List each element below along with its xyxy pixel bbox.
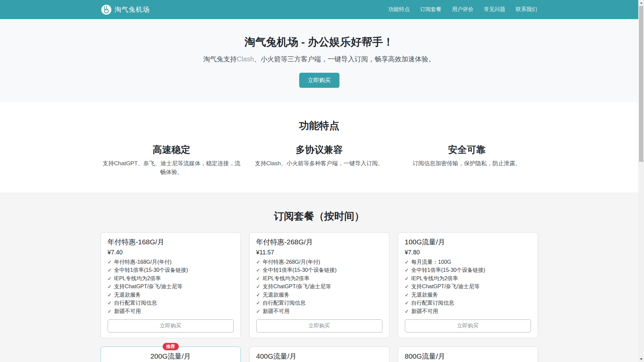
feature-text: 支持ChatGPT、奈飞、迪士尼等流媒体，稳定连接，流畅体验。 <box>102 159 241 176</box>
check-icon: ✓ <box>108 276 112 281</box>
hero-buy-button[interactable]: 立即购买 <box>299 73 339 88</box>
plan-name: 年付特惠-168G/月 <box>108 237 234 247</box>
pricing-card-0: 年付特惠-168G/月¥7.40✓年付特惠-168G/月(年付)✓全中转1倍率(… <box>101 232 241 338</box>
plan-feature: ✓新疆不可用 <box>108 307 234 316</box>
brand-name: 淘气兔机场 <box>115 5 150 14</box>
pricing-title: 订阅套餐（按时间） <box>0 209 638 223</box>
plan-feature: ✓无退款服务 <box>108 291 234 299</box>
check-icon: ✓ <box>256 308 261 314</box>
plan-feature: ✓IEPL专线均为2倍率 <box>405 275 531 283</box>
plan-feature: ✓无退款服务 <box>405 291 531 299</box>
scrollbar[interactable] <box>638 0 644 362</box>
plan-feature: ✓年付特惠-268G/月(年付) <box>256 258 382 266</box>
plan-price: ¥11.57 <box>256 249 382 256</box>
pricing-section: 订阅套餐（按时间） 年付特惠-168G/月¥7.40✓年付特惠-168G/月(年… <box>0 192 638 362</box>
plan-feature: ✓年付特惠-168G/月(年付) <box>108 258 234 266</box>
pricing-grid: 年付特惠-168G/月¥7.40✓年付特惠-168G/月(年付)✓全中转1倍率(… <box>101 232 538 362</box>
plan-name: 年付特惠-268G/月 <box>256 237 382 247</box>
plan-feature: ✓全中转1倍率(15-30个设备链接) <box>405 266 531 275</box>
plan-feature: ✓新疆不可用 <box>405 307 531 316</box>
pricing-card-2: 100G流量/月¥7.80✓每月流量：100G✓全中转1倍率(15-30个设备链… <box>398 232 538 338</box>
pricing-card-1: 年付特惠-268G/月¥11.57✓年付特惠-268G/月(年付)✓全中转1倍率… <box>249 232 389 338</box>
plan-feature: ✓IEPL专线均为2倍率 <box>108 275 234 283</box>
feature-1: 多协议兼容支持Clash、小火箭等多种客户端，一键导入订阅。 <box>250 143 389 176</box>
check-icon: ✓ <box>405 284 409 289</box>
scroll-up-arrow-icon <box>640 2 643 4</box>
plan-price: ¥7.80 <box>405 249 531 256</box>
check-icon: ✓ <box>256 267 261 273</box>
rabbit-logo-icon <box>101 5 111 15</box>
nav-link-1[interactable]: 订阅套餐 <box>420 6 442 13</box>
check-icon: ✓ <box>108 300 112 306</box>
check-icon: ✓ <box>108 259 112 265</box>
nav-link-0[interactable]: 功能特点 <box>388 6 410 13</box>
pricing-card-3: 推荐200G流量/月¥11.80 <box>101 347 241 362</box>
feature-0: 高速稳定支持ChatGPT、奈飞、迪士尼等流媒体，稳定连接，流畅体验。 <box>102 143 241 176</box>
recommended-badge: 推荐 <box>163 343 179 350</box>
pricing-card-4: 400G流量/月¥22.80 <box>249 347 389 362</box>
feature-heading: 多协议兼容 <box>250 143 389 156</box>
plan-price: ¥7.40 <box>108 249 234 256</box>
check-icon: ✓ <box>256 284 261 289</box>
hero-section: 淘气兔机场 - 办公娱乐好帮手！ 淘气兔支持Clash、小火箭等三方客户端，一键… <box>0 19 638 102</box>
scroll-down-arrow-icon <box>640 358 643 360</box>
hero-subtitle-pre: 淘气兔支持 <box>203 55 237 63</box>
check-icon: ✓ <box>405 267 409 273</box>
nav-link-4[interactable]: 联系我们 <box>516 6 537 13</box>
plan-feature: ✓自行配置订阅信息 <box>256 299 382 307</box>
scrollbar-thumb[interactable] <box>639 6 643 162</box>
plan-buy-button[interactable]: 立即购买 <box>256 319 382 333</box>
features-grid: 高速稳定支持ChatGPT、奈飞、迪士尼等流媒体，稳定连接，流畅体验。多协议兼容… <box>102 143 537 176</box>
plan-feature: ✓全中转1倍率(15-30个设备链接) <box>256 266 382 275</box>
plan-name: 100G流量/月 <box>405 237 531 247</box>
nav-link-3[interactable]: 常见问题 <box>484 6 505 13</box>
feature-heading: 高速稳定 <box>102 143 241 156</box>
plan-name: 800G流量/月 <box>405 352 531 361</box>
plan-feature: ✓全中转1倍率(15-30个设备链接) <box>108 266 234 275</box>
check-icon: ✓ <box>256 292 261 298</box>
hero-title: 淘气兔机场 - 办公娱乐好帮手！ <box>0 35 638 50</box>
check-icon: ✓ <box>405 300 409 306</box>
plan-feature: ✓支持ChatGPT/奈飞/迪士尼等 <box>108 283 234 291</box>
plan-feature: ✓每月流量：100G <box>405 258 531 266</box>
nav-links: 功能特点订阅套餐用户评价常见问题联系我们 <box>388 6 537 13</box>
plan-buy-button[interactable]: 立即购买 <box>108 319 234 333</box>
plan-name: 200G流量/月 <box>108 352 234 361</box>
plan-name: 400G流量/月 <box>256 352 382 361</box>
feature-2: 安全可靠订阅信息加密传输，保护隐私，防止泄露。 <box>397 143 536 176</box>
feature-text: 订阅信息加密传输，保护隐私，防止泄露。 <box>397 159 536 168</box>
plan-feature: ✓IEPL专线均为2倍率 <box>256 275 382 283</box>
check-icon: ✓ <box>256 259 261 265</box>
scrollbar-up-button[interactable] <box>638 0 644 6</box>
check-icon: ✓ <box>108 284 112 289</box>
feature-heading: 安全可靠 <box>397 143 536 156</box>
plan-features: ✓年付特惠-268G/月(年付)✓全中转1倍率(15-30个设备链接)✓IEPL… <box>256 258 382 316</box>
plan-buy-button[interactable]: 立即购买 <box>405 319 531 333</box>
nav-link-2[interactable]: 用户评价 <box>452 6 474 13</box>
plan-feature: ✓支持ChatGPT/奈飞/迪士尼等 <box>256 283 382 291</box>
plan-feature: ✓新疆不可用 <box>256 307 382 316</box>
check-icon: ✓ <box>108 292 112 298</box>
plan-feature: ✓自行配置订阅信息 <box>405 299 531 307</box>
check-icon: ✓ <box>405 259 409 265</box>
brand[interactable]: 淘气兔机场 <box>101 5 150 15</box>
navbar: 淘气兔机场 功能特点订阅套餐用户评价常见问题联系我们 <box>0 0 638 19</box>
plan-feature: ✓无退款服务 <box>256 291 382 299</box>
check-icon: ✓ <box>405 308 409 314</box>
check-icon: ✓ <box>256 300 261 306</box>
plan-features: ✓每月流量：100G✓全中转1倍率(15-30个设备链接)✓IEPL专线均为2倍… <box>405 258 531 316</box>
features-title: 功能特点 <box>0 119 638 133</box>
scrollbar-down-button[interactable] <box>638 356 644 362</box>
check-icon: ✓ <box>108 267 112 273</box>
check-icon: ✓ <box>405 292 409 298</box>
hero-subtitle: 淘气兔支持Clash、小火箭等三方客户端，一键导入订阅，畅享高效加速体验。 <box>0 55 638 64</box>
hero-subtitle-clash: Clash <box>237 55 254 63</box>
plan-feature: ✓支持ChatGPT/奈飞/迪士尼等 <box>405 283 531 291</box>
plan-feature: ✓自行配置订阅信息 <box>108 299 234 307</box>
features-section: 功能特点 高速稳定支持ChatGPT、奈飞、迪士尼等流媒体，稳定连接，流畅体验。… <box>0 102 638 192</box>
pricing-card-5: 800G流量/月¥42.80 <box>398 347 538 362</box>
page: 淘气兔机场 功能特点订阅套餐用户评价常见问题联系我们 淘气兔机场 - 办公娱乐好… <box>0 0 638 362</box>
plan-features: ✓年付特惠-168G/月(年付)✓全中转1倍率(15-30个设备链接)✓IEPL… <box>108 258 234 316</box>
check-icon: ✓ <box>256 276 261 281</box>
check-icon: ✓ <box>405 276 409 281</box>
